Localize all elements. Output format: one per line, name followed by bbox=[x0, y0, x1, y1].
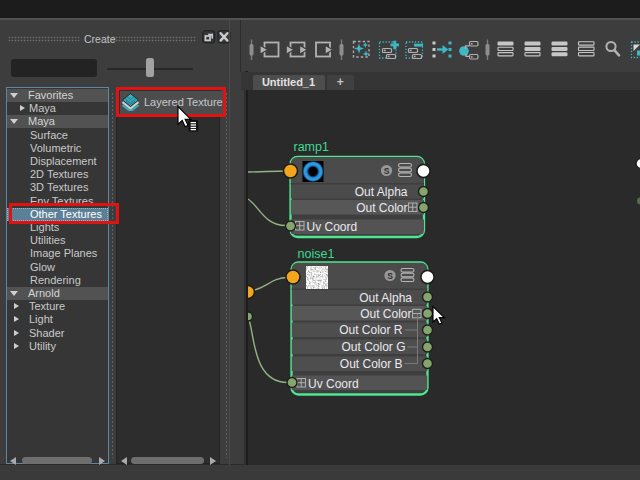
svg-text:Out Color R: Out Color R bbox=[339, 323, 403, 337]
svg-text:Out Color G: Out Color G bbox=[341, 340, 405, 354]
svg-text:S: S bbox=[384, 166, 390, 176]
svg-text:Out Color: Out Color bbox=[360, 307, 411, 321]
svg-text:Out Alpha: Out Alpha bbox=[359, 291, 412, 305]
svg-text:noise1: noise1 bbox=[298, 247, 335, 261]
svg-text:Out Alpha: Out Alpha bbox=[355, 185, 408, 199]
svg-text:Uv Coord: Uv Coord bbox=[308, 377, 359, 391]
svg-text:Out Color B: Out Color B bbox=[340, 357, 403, 371]
svg-text:ramp1: ramp1 bbox=[294, 140, 329, 154]
svg-text:Uv Coord: Uv Coord bbox=[307, 220, 358, 234]
svg-text:S: S bbox=[387, 271, 393, 281]
svg-text:Out Color: Out Color bbox=[356, 201, 407, 215]
